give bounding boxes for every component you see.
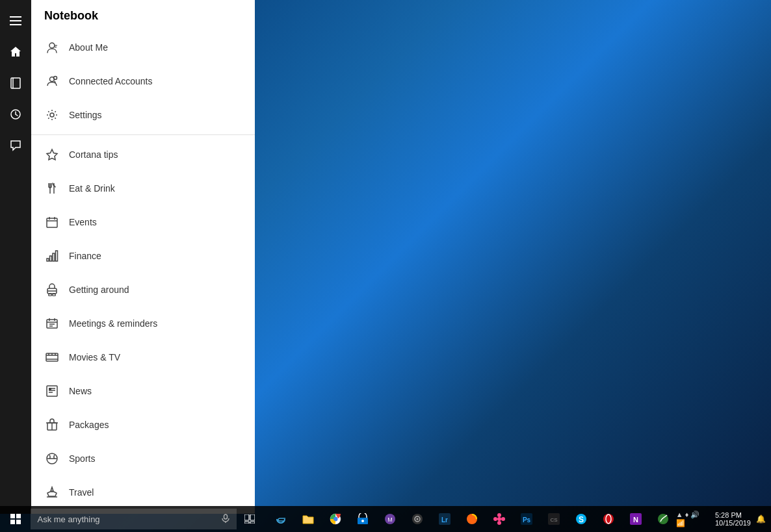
getting-around-item[interactable]: Getting around — [31, 273, 255, 307]
svg-rect-67 — [250, 522, 255, 524]
movies-tv-icon — [44, 349, 60, 365]
svg-point-26 — [53, 294, 55, 296]
news-icon — [44, 383, 60, 399]
svg-rect-21 — [50, 256, 52, 261]
left-sidebar — [0, 0, 31, 514]
svg-rect-58 — [10, 514, 15, 518]
packages-item[interactable]: Packages — [31, 408, 255, 442]
app-cs-icon[interactable]: CS — [541, 506, 567, 532]
about-me-icon — [44, 40, 60, 55]
movies-tv-item[interactable]: Movies & TV — [31, 340, 255, 374]
lightroom-icon[interactable]: Lr — [432, 506, 458, 532]
svg-rect-16 — [47, 218, 57, 227]
settings-label: Settings — [69, 110, 102, 120]
svg-rect-22 — [53, 253, 55, 261]
sports-label: Sports — [69, 453, 95, 464]
svg-text:CS: CS — [550, 517, 557, 523]
onenote-icon[interactable]: N — [623, 506, 649, 532]
about-me-label: About Me — [69, 42, 108, 53]
connected-accounts-label: Connected Accounts — [69, 76, 152, 86]
events-label: Events — [69, 217, 97, 227]
task-view-button[interactable] — [237, 506, 263, 532]
chrome-icon[interactable] — [322, 506, 348, 532]
photoshop-icon[interactable]: Ps — [514, 506, 540, 532]
app-flower-icon[interactable] — [486, 506, 512, 532]
svg-point-6 — [49, 43, 55, 48]
notebook-icon[interactable] — [0, 68, 31, 99]
svg-point-10 — [54, 77, 57, 80]
settings-item[interactable]: Settings — [31, 98, 255, 132]
travel-label: Travel — [69, 487, 94, 498]
svg-rect-20 — [47, 259, 49, 261]
travel-item[interactable]: Travel — [31, 475, 255, 509]
settings-icon — [44, 107, 60, 123]
taskbar-apps: M Lr — [268, 506, 676, 532]
svg-text:Lr: Lr — [441, 516, 448, 524]
travel-icon — [44, 485, 60, 500]
svg-rect-61 — [16, 520, 21, 524]
meetings-reminders-icon — [44, 316, 60, 331]
svg-rect-62 — [224, 514, 228, 519]
news-item[interactable]: News — [31, 374, 255, 408]
app-marketo-icon[interactable]: M — [377, 506, 403, 532]
svg-rect-1 — [10, 20, 21, 21]
svg-point-82 — [497, 521, 501, 525]
svg-text:M: M — [387, 516, 393, 523]
reminders-icon[interactable] — [0, 99, 31, 130]
notifications-icon[interactable]: 🔔 — [756, 514, 766, 524]
notebook-title: Notebook — [31, 0, 255, 31]
eat-drink-item[interactable]: Eat & Drink — [31, 171, 255, 205]
svg-point-80 — [497, 517, 501, 521]
svg-point-83 — [493, 517, 497, 521]
svg-text:N: N — [633, 516, 638, 524]
file-explorer-icon[interactable] — [295, 506, 321, 532]
movies-tv-label: Movies & TV — [69, 352, 120, 362]
search-bar[interactable]: Ask me anything — [31, 509, 237, 529]
opera-icon[interactable] — [595, 506, 621, 532]
search-text: Ask me anything — [37, 514, 221, 524]
notebook-panel: Notebook About Me — [31, 0, 255, 514]
connected-accounts-icon — [44, 73, 60, 89]
skype-icon[interactable]: S — [568, 506, 594, 532]
system-tray: ▲ ♦ 🔊 📶 — [676, 511, 710, 527]
finance-label: Finance — [69, 251, 101, 261]
taskbar-right: ▲ ♦ 🔊 📶 5:28 PM10/15/2019 🔔 — [676, 511, 771, 527]
finance-item[interactable]: Finance — [31, 239, 255, 273]
svg-point-81 — [497, 513, 501, 517]
packages-icon — [44, 417, 60, 433]
svg-rect-2 — [10, 24, 21, 25]
meetings-reminders-item[interactable]: Meetings & reminders — [31, 307, 255, 340]
clock[interactable]: 5:28 PM10/15/2019 — [715, 511, 751, 527]
events-icon — [44, 214, 60, 230]
edge-icon[interactable] — [268, 506, 294, 532]
svg-rect-64 — [244, 514, 249, 520]
svg-rect-3 — [11, 78, 20, 88]
svg-point-25 — [49, 294, 51, 296]
cortana-tips-icon — [44, 147, 60, 162]
svg-text:S: S — [579, 515, 584, 524]
sports-item[interactable]: Sports — [31, 442, 255, 475]
notebook-menu: About Me Connected Accounts — [31, 31, 255, 514]
svg-rect-60 — [10, 520, 15, 524]
meetings-reminders-label: Meetings & reminders — [69, 318, 157, 329]
taskbar: Ask me anything — [0, 506, 771, 532]
app-greenleaf-icon[interactable] — [650, 506, 676, 532]
svg-rect-66 — [244, 522, 249, 524]
svg-rect-0 — [10, 16, 21, 18]
store-icon[interactable] — [350, 506, 376, 532]
cortana-tips-item[interactable]: Cortana tips — [31, 138, 255, 171]
connected-accounts-item[interactable]: Connected Accounts — [31, 64, 255, 98]
svg-rect-44 — [49, 388, 51, 390]
events-item[interactable]: Events — [31, 205, 255, 239]
packages-label: Packages — [69, 420, 109, 430]
home-icon[interactable] — [0, 36, 31, 68]
finance-icon — [44, 248, 60, 264]
app-circle-icon[interactable] — [404, 506, 430, 532]
feedback-icon[interactable] — [0, 130, 31, 161]
about-me-item[interactable]: About Me — [31, 31, 255, 64]
svg-point-84 — [501, 517, 505, 521]
svg-rect-23 — [56, 251, 58, 261]
start-button[interactable] — [0, 506, 31, 532]
firefox-icon[interactable] — [459, 506, 485, 532]
hamburger-menu-icon[interactable] — [0, 5, 31, 36]
